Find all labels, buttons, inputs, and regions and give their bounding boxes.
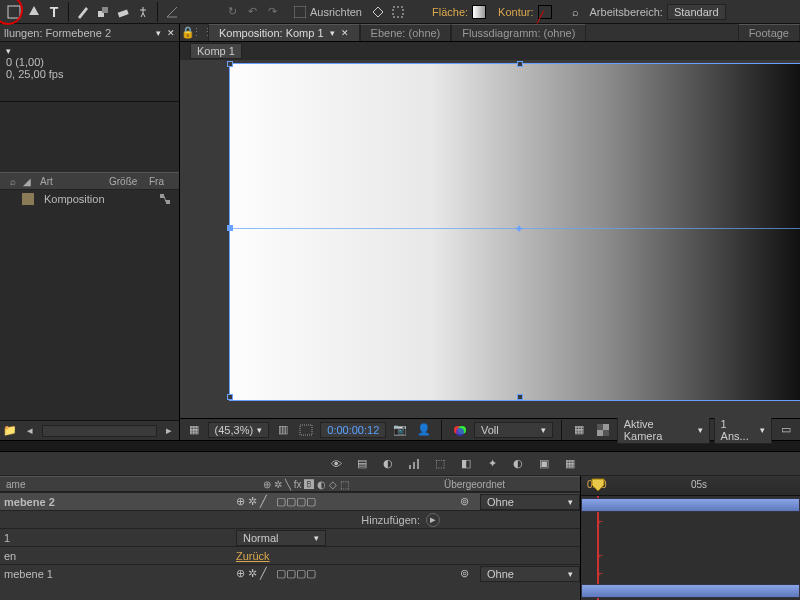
hscroll[interactable] (42, 425, 157, 437)
snapshot-icon[interactable]: 📷 (390, 420, 410, 440)
anchor-icon[interactable]: ✦ (514, 222, 524, 236)
project-item[interactable]: Komposition (0, 190, 179, 208)
redo-icon[interactable]: ↷ (262, 2, 282, 22)
svg-rect-8 (166, 200, 170, 204)
table-row[interactable]: mebene 1 ⊕ ✲ ╱ ▢▢▢▢ ⊚ Ohne▾ (0, 564, 580, 582)
table-row[interactable]: Hinzufügen: ▸ (0, 510, 580, 528)
tl-frame-blend-icon[interactable]: ▤ (352, 454, 372, 474)
col-modes: fx (294, 479, 302, 490)
tl-solo-icon[interactable]: ▣ (534, 454, 554, 474)
parent-dropdown[interactable]: Ohne▾ (480, 566, 580, 582)
tab-layer[interactable]: Ebene: (ohne) (360, 24, 452, 41)
keyframe-icon[interactable]: ⫟ (595, 516, 605, 527)
workspace-dropdown[interactable]: Standard (667, 4, 726, 20)
eraser-tool-icon[interactable] (113, 2, 133, 22)
view-mode-dropdown[interactable]: Voll▾ (474, 422, 553, 438)
handle-tl[interactable] (227, 61, 233, 67)
clone-tool-icon[interactable] (93, 2, 113, 22)
bin-right-icon[interactable]: ▸ (159, 421, 179, 441)
tab-close-icon[interactable]: ✕ (341, 28, 349, 38)
fill-swatch[interactable] (472, 5, 486, 19)
panel-grip-icon[interactable]: ⋮⋮ (196, 23, 208, 43)
layer-name: en (4, 550, 64, 562)
col-type[interactable]: Art (34, 176, 109, 187)
comp-breadcrumb[interactable]: Komp 1 (190, 43, 242, 59)
cti-head-icon[interactable] (591, 478, 605, 494)
table-row[interactable]: en Zurück (0, 546, 580, 564)
tl-motion-blur-icon[interactable]: ◐ (378, 454, 398, 474)
col-size[interactable]: Größe (109, 176, 149, 187)
fill-label: Fläche: (432, 6, 468, 18)
tl-shy-icon[interactable]: 👁 (326, 454, 346, 474)
table-row[interactable]: 1 Normal▾ (0, 528, 580, 546)
keyframe-icon[interactable]: ⫟ (595, 568, 605, 579)
magnify-icon[interactable]: ▦ (184, 420, 204, 440)
col-parent[interactable]: Übergeordnet (444, 479, 574, 490)
resolution-icon[interactable]: ▥ (273, 420, 293, 440)
parent-dropdown[interactable]: Ohne▾ (480, 494, 580, 510)
layer-name: mebene 2 (4, 496, 64, 508)
camera-dropdown[interactable]: Aktive Kamera▾ (617, 416, 710, 444)
views-dropdown[interactable]: 1 Ans...▾ (714, 416, 773, 444)
search-icon[interactable]: ⌕ (6, 171, 20, 191)
align-checkbox-icon[interactable] (290, 2, 310, 22)
timeline-tracks[interactable]: ⫟ ⫟ ⫟ (581, 496, 800, 600)
pickwhip-icon[interactable]: ⊚ (454, 564, 474, 584)
tab-composition[interactable]: Komposition: Komp 1 ▾ ✕ (208, 24, 360, 41)
blend-mode-value: Normal (243, 532, 278, 544)
layer-bar[interactable] (581, 498, 800, 512)
tl-quality-icon[interactable]: ◧ (456, 454, 476, 474)
undo-icon[interactable]: ↶ (242, 2, 262, 22)
rotate-icon[interactable]: ↻ (222, 2, 242, 22)
snap-pixel-icon[interactable] (388, 2, 408, 22)
snap-vertex-icon[interactable] (368, 2, 388, 22)
zoom-dropdown[interactable]: (45,3%)▾ (208, 422, 270, 438)
puppet-tool-icon[interactable] (133, 2, 153, 22)
brush-tool-icon[interactable] (73, 2, 93, 22)
svg-rect-18 (417, 459, 419, 469)
handle-bc[interactable] (517, 394, 523, 400)
stroke-swatch[interactable]: ╱ (538, 5, 552, 19)
table-row[interactable]: mebene 2 ⊕ ✲ ╱ ▢▢▢▢ ⊚ Ohne▾ (0, 492, 580, 510)
composition-canvas[interactable]: ✦ (180, 60, 800, 418)
tl-lock-icon[interactable]: ▦ (560, 454, 580, 474)
handle-tc[interactable] (517, 61, 523, 67)
proj-info-1: 0 (1,00) (6, 56, 173, 68)
col-name[interactable]: ame (6, 479, 76, 490)
safe-zones-icon[interactable] (297, 420, 317, 440)
tag-icon[interactable]: ◢ (20, 171, 34, 191)
tl-fx-icon[interactable]: ✦ (482, 454, 502, 474)
pickwhip-icon[interactable]: ⊚ (454, 492, 474, 512)
keyframe-icon[interactable]: ⫟ (595, 550, 605, 561)
svg-rect-2 (102, 7, 108, 13)
tl-adjustment-icon[interactable]: ◐ (508, 454, 528, 474)
col-fr[interactable]: Fra (149, 176, 173, 187)
proj-disclosure-icon[interactable]: ▾ (6, 46, 173, 56)
tl-graph-icon[interactable] (404, 454, 424, 474)
axis-tool-icon[interactable] (162, 2, 182, 22)
channels-icon[interactable] (450, 420, 470, 440)
item-flow-icon[interactable] (155, 189, 175, 209)
layer-bar[interactable] (581, 584, 800, 598)
transparency-grid-icon[interactable] (593, 420, 613, 440)
handle-bl[interactable] (227, 394, 233, 400)
blend-mode-dropdown[interactable]: Normal▾ (236, 530, 326, 546)
grid-button-icon[interactable]: ▦ (570, 420, 590, 440)
text-tool-icon[interactable]: T (44, 2, 64, 22)
timecode[interactable]: 0:00:00:12 (320, 422, 386, 438)
workspace-search-icon[interactable]: ⌕ (566, 2, 586, 22)
folder-icon[interactable]: 📁 (0, 421, 20, 441)
panel-close-icon[interactable]: ✕ (167, 28, 175, 38)
tab-footage[interactable]: Footage (738, 24, 800, 41)
views-value: 1 Ans... (721, 418, 757, 442)
show-snapshot-icon[interactable]: 👤 (414, 420, 434, 440)
add-button-icon[interactable]: ▸ (426, 513, 440, 527)
pen-tool-icon[interactable] (24, 2, 44, 22)
bin-left-icon[interactable]: ◂ (20, 421, 40, 441)
reset-link[interactable]: Zurück (236, 550, 270, 562)
pixel-aspect-icon[interactable]: ▭ (776, 420, 796, 440)
tl-3d-icon[interactable]: ⬚ (430, 454, 450, 474)
panel-menu-icon[interactable]: ▾ (156, 28, 161, 38)
tab-flowchart[interactable]: Flussdiagramm: (ohne) (451, 24, 586, 41)
tab-dropdown-icon[interactable]: ▾ (330, 28, 335, 38)
